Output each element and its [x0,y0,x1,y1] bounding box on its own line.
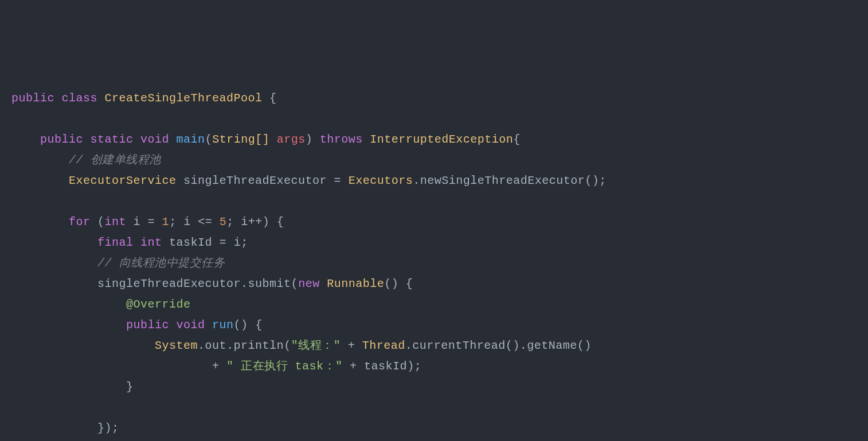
type-runnable: Runnable [327,277,384,290]
keyword-public: public [126,318,169,332]
param-args: args [277,133,306,146]
string-literal: " 正在执行 task：" [226,360,343,373]
comment: // 向线程池中提交任务 [97,257,225,270]
code-line-12: public void run() { [11,318,263,332]
code-line-9: // 向线程池中提交任务 [11,257,225,270]
type-executor-service: ExecutorService [69,174,177,187]
brace: { [263,92,277,105]
method-println: println [234,339,284,352]
string-literal: "线程：" [291,339,341,352]
keyword-void: void [177,318,205,332]
number-literal: 1 [162,215,170,229]
code-line-13: System.out.println("线程：" + Thread.curren… [11,339,592,352]
type-executors: Executors [349,174,413,187]
keyword-int: int [105,215,127,229]
class-name: CreateSingleThreadPool [105,92,263,105]
variable-task-id: taskId [169,236,212,249]
code-line-14: + " 正在执行 task：" + taskId); [11,360,421,373]
keyword-class: class [62,92,98,105]
code-line-5: ExecutorService singleThreadExecutor = E… [11,174,607,187]
code-line-11: @Override [11,298,191,311]
keyword-throws: throws [320,133,363,146]
method-submit: submit [248,277,291,290]
type-thread: Thread [362,339,405,352]
code-editor[interactable]: public class CreateSingleThreadPool { pu… [11,88,857,441]
exception-type: InterruptedException [370,133,513,146]
method-main: main [177,133,205,146]
code-line-3: public static void main(String[] args) t… [11,133,521,146]
code-line-10: singleThreadExecutor.submit(new Runnable… [11,277,413,290]
keyword-for: for [69,215,91,229]
code-line-4: // 创建单线程池 [11,153,161,167]
number-literal: 5 [220,215,227,229]
keyword-void: void [140,133,169,146]
keyword-final: final [97,236,134,249]
keyword-int: int [140,236,162,249]
keyword-new: new [298,277,320,290]
keyword-static: static [91,133,134,146]
code-line-17: }); [11,422,119,435]
keyword-public: public [40,133,83,146]
keyword-public: public [11,92,54,105]
type-system: System [155,339,198,352]
code-line-15: } [11,380,134,393]
code-line-7: for (int i = 1; i <= 5; i++) { [11,215,284,229]
type-string-array: String[] [212,133,269,146]
comment: // 创建单线程池 [69,153,161,167]
variable: singleThreadExecutor [183,174,327,187]
code-line-8: final int taskId = i; [11,236,248,249]
annotation-override: @Override [126,298,191,311]
method-run: run [212,318,234,332]
code-line-1: public class CreateSingleThreadPool { [11,92,277,105]
method-call: newSingleThreadExecutor [420,174,585,187]
